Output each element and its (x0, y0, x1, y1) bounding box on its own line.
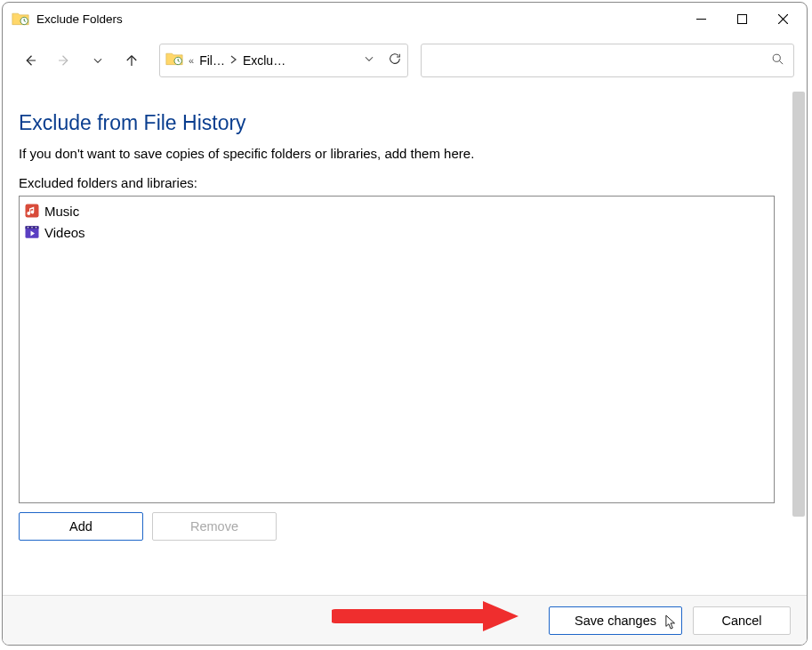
cancel-button[interactable]: Cancel (693, 606, 791, 635)
maximize-button[interactable] (721, 4, 762, 33)
forward-button[interactable] (49, 45, 79, 76)
window: Exclude Folders (2, 2, 808, 646)
breadcrumb-root-chevrons: « (189, 55, 194, 66)
folder-history-icon (12, 10, 29, 28)
svg-point-15 (31, 227, 33, 229)
svg-point-16 (36, 227, 37, 229)
page-description: If you don't want to save copies of spec… (19, 146, 776, 161)
search-icon (771, 52, 784, 69)
remove-button[interactable]: Remove (152, 512, 277, 541)
svg-point-14 (28, 227, 29, 229)
list-item[interactable]: Videos (23, 221, 770, 243)
list-item-label: Music (44, 204, 79, 219)
folder-history-icon (165, 51, 183, 70)
svg-rect-2 (737, 14, 746, 23)
cancel-button-label: Cancel (721, 614, 761, 628)
save-changes-button[interactable]: Save changes (549, 606, 682, 635)
close-button[interactable] (762, 4, 803, 33)
address-history-button[interactable] (363, 52, 375, 68)
svg-marker-18 (483, 601, 519, 631)
breadcrumb-seg-2[interactable]: Exclu… (243, 53, 285, 68)
titlebar: Exclude Folders (3, 3, 807, 35)
navigation-toolbar: « Fil… Exclu… (3, 35, 807, 86)
refresh-button[interactable] (388, 52, 402, 69)
back-button[interactable] (15, 45, 45, 76)
list-button-row: Add Remove (19, 512, 776, 541)
add-button-label: Add (69, 519, 92, 534)
music-library-icon (23, 202, 41, 220)
breadcrumb-seg-1[interactable]: Fil… (199, 53, 225, 68)
window-title: Exclude Folders (36, 12, 123, 26)
recent-locations-button[interactable] (83, 45, 113, 76)
list-item-label: Videos (44, 225, 85, 240)
cursor-icon (665, 614, 678, 630)
svg-point-9 (773, 54, 780, 61)
footer: Save changes Cancel (3, 595, 807, 645)
list-label: Excluded folders and libraries: (19, 175, 776, 190)
search-input[interactable] (421, 44, 794, 77)
list-item[interactable]: Music (23, 200, 770, 221)
content: Exclude from File History If you don't w… (3, 86, 792, 595)
content-wrap: Exclude from File History If you don't w… (3, 86, 807, 595)
up-button[interactable] (117, 45, 147, 76)
vertical-scrollbar[interactable] (792, 92, 805, 517)
chevron-right-icon (230, 55, 237, 66)
excluded-folders-listbox[interactable]: Music Videos (19, 196, 775, 503)
add-button[interactable]: Add (19, 512, 143, 541)
save-changes-label: Save changes (575, 614, 656, 628)
address-bar[interactable]: « Fil… Exclu… (159, 44, 408, 77)
svg-line-10 (779, 60, 783, 64)
page-title: Exclude from File History (19, 111, 776, 135)
annotation-arrow (332, 598, 519, 634)
videos-library-icon (23, 223, 41, 241)
minimize-button[interactable] (680, 4, 721, 33)
remove-button-label: Remove (190, 519, 238, 534)
